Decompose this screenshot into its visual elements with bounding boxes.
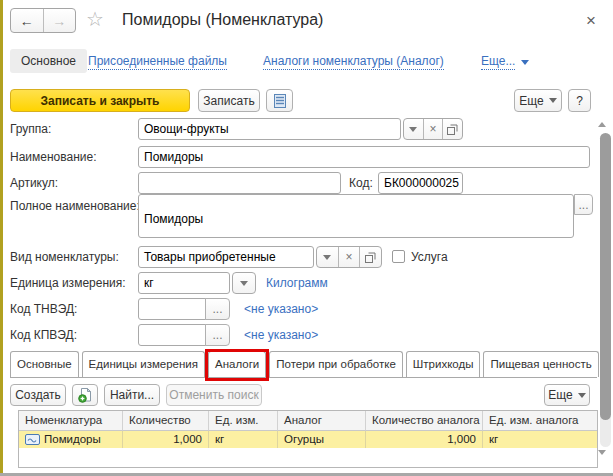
tab-nomenclature-analogs[interactable]: Аналоги номенклатуры (Аналог) [263, 54, 444, 70]
kind-clear-button[interactable]: × [338, 247, 360, 267]
group-input[interactable]: Овощи-фрукты [138, 118, 401, 140]
tab-main-page[interactable]: Основные [10, 351, 79, 377]
code-input[interactable]: БК000000025 [378, 172, 463, 194]
clear-x-icon: × [430, 122, 437, 136]
service-checkbox[interactable] [392, 250, 405, 263]
kpved-input[interactable] [138, 324, 206, 346]
cell-analog[interactable]: Огурцы [278, 431, 366, 448]
pages-tab-baseline [10, 377, 597, 378]
unit-kilogram-link[interactable]: Килограмм [266, 276, 328, 290]
kpved-select-button[interactable]: ... [205, 324, 230, 346]
chevron-down-icon [549, 98, 557, 103]
kind-open-button[interactable] [359, 247, 381, 267]
group-dropdown-button[interactable] [404, 119, 423, 139]
unit-label: Единица измерения: [10, 272, 126, 294]
analogs-table: Номенклатура Количество Ед. изм. Аналог … [18, 410, 598, 468]
group-field-buttons: × [403, 118, 463, 140]
group-open-button[interactable] [442, 119, 462, 139]
name-label: Наименование: [10, 146, 97, 168]
back-arrow-icon: ← [20, 13, 34, 29]
tab-analogs-label: Аналоги [215, 358, 259, 370]
cancel-search-button: Отменить поиск [166, 384, 262, 406]
form-more-button[interactable]: Еще [514, 89, 562, 112]
full-name-label: Полное наименование: [10, 195, 140, 217]
full-name-textarea[interactable]: Помидоры [138, 194, 574, 238]
kind-field-buttons: × [316, 246, 382, 268]
save-and-close-button[interactable]: Записать и закрыть [10, 89, 190, 112]
page-title: Помидоры (Номенклатура) [122, 11, 323, 29]
column-header-unit[interactable]: Ед. изм. [209, 411, 278, 431]
tab-barcodes[interactable]: Штрихкоды [406, 351, 481, 377]
open-item-icon [447, 124, 458, 135]
column-header-nomenclature[interactable]: Номенклатура [19, 411, 123, 431]
back-button[interactable]: ← [11, 9, 43, 32]
group-clear-button[interactable]: × [423, 119, 443, 139]
create-button[interactable]: Создать [10, 384, 66, 406]
tab-main[interactable]: Основное [10, 49, 87, 73]
scroll-down-arrow[interactable] [598, 450, 606, 455]
column-header-analog-quantity[interactable]: Количество аналога [366, 411, 483, 431]
find-button[interactable]: Найти... [104, 384, 160, 406]
kpved-label: Код КПВЭД: [10, 324, 77, 346]
unit-input[interactable]: кг [138, 272, 230, 294]
full-name-more-button[interactable]: ... [574, 194, 593, 215]
table-row[interactable]: Помидоры 1,000 кг Огурцы 1,000 кг [19, 431, 597, 448]
show-in-list-button[interactable] [266, 89, 293, 112]
forward-arrow-icon: → [52, 13, 66, 29]
tab-attached-files[interactable]: Присоединенные файлы [88, 54, 227, 70]
table-more-label: Еще [548, 388, 572, 402]
nomenclature-form-window: ← → ☆ Помидоры (Номенклатура) × Основное… [0, 0, 613, 476]
nav-more-label: Еще... [481, 54, 515, 70]
name-input[interactable]: Помидоры [138, 146, 590, 168]
list-stack-icon [274, 94, 286, 108]
tnved-not-specified-link[interactable]: <не указано> [244, 302, 318, 316]
cell-analog-unit[interactable]: кг [483, 431, 597, 448]
help-button[interactable]: ? [568, 89, 591, 112]
article-label: Артикул: [10, 172, 58, 194]
column-header-quantity[interactable]: Количество [123, 411, 209, 431]
table-header-row: Номенклатура Количество Ед. изм. Аналог … [19, 411, 597, 431]
tab-processing-losses[interactable]: Потери при обработке [269, 351, 403, 377]
kind-dropdown-button[interactable] [317, 247, 338, 267]
tab-analogs[interactable]: Аналоги [208, 351, 266, 377]
column-header-analog-unit[interactable]: Ед. изм. аналога [483, 411, 597, 431]
favorite-star-icon[interactable]: ☆ [86, 7, 104, 31]
scrollbar-track[interactable] [600, 133, 611, 447]
cell-analog-quantity[interactable]: 1,000 [366, 431, 483, 448]
column-header-analog[interactable]: Аналог [278, 411, 366, 431]
close-icon[interactable]: × [586, 11, 596, 31]
service-checkbox-label: Услуга [411, 246, 448, 268]
open-item-icon [365, 252, 376, 263]
cell-unit[interactable]: кг [209, 431, 278, 448]
nomenclature-item-icon [25, 434, 40, 445]
article-input[interactable] [138, 172, 341, 194]
new-item-plus-icon [78, 388, 92, 403]
scrollbar-thumb[interactable] [600, 133, 611, 420]
chevron-down-icon [521, 60, 529, 65]
cell-nomenclature[interactable]: Помидоры [19, 431, 123, 448]
pages-tab-bar: Основные Единицы измерения Аналоги Потер… [10, 351, 597, 377]
cell-quantity[interactable]: 1,000 [123, 431, 209, 448]
kind-label: Вид номенклатуры: [10, 246, 119, 268]
history-nav-group: ← → [10, 8, 76, 33]
chevron-down-icon [409, 127, 417, 132]
nav-more-menu[interactable]: Еще... [481, 54, 529, 70]
tnved-label: Код ТНВЭД: [10, 298, 77, 320]
tnved-select-button[interactable]: ... [205, 298, 230, 320]
window-left-edge [0, 0, 3, 473]
save-button[interactable]: Записать [198, 89, 260, 112]
tab-units[interactable]: Единицы измерения [82, 351, 205, 377]
kind-input[interactable]: Товары приобретенные [138, 246, 314, 268]
tab-nutrition[interactable]: Пищевая ценность [483, 351, 598, 377]
unit-dropdown-button[interactable] [232, 272, 256, 294]
create-group-button[interactable] [72, 384, 98, 406]
table-more-button[interactable]: Еще [544, 384, 590, 406]
scroll-up-arrow[interactable] [598, 122, 606, 127]
kpved-not-specified-link[interactable]: <не указано> [244, 328, 318, 342]
tnved-input[interactable] [138, 298, 206, 320]
chevron-down-icon [578, 393, 586, 398]
group-label: Группа: [10, 118, 51, 140]
code-label: Код: [349, 172, 373, 194]
forward-button[interactable]: → [44, 9, 76, 32]
chevron-down-icon [240, 281, 248, 286]
